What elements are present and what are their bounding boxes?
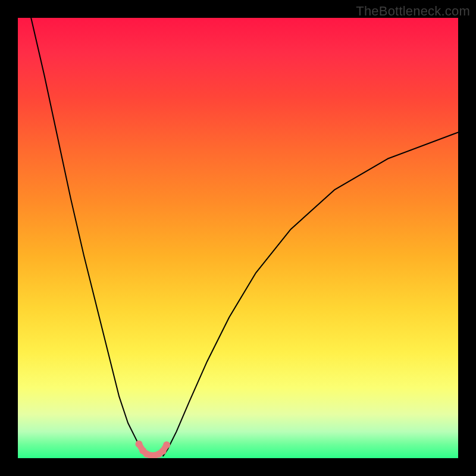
bottleneck-marker-dots bbox=[136, 440, 171, 458]
watermark-text: TheBottleneck.com bbox=[356, 4, 470, 19]
bottleneck-marker-dot bbox=[136, 440, 143, 447]
overlay-svg bbox=[18, 18, 458, 458]
chart-frame: TheBottleneck.com bbox=[0, 0, 476, 476]
bottleneck-marker-dot bbox=[163, 441, 170, 449]
curve-left-branch bbox=[31, 18, 148, 456]
plot-area bbox=[18, 18, 458, 458]
curve-right-branch bbox=[163, 132, 458, 456]
bottleneck-marker-dot bbox=[159, 447, 167, 455]
